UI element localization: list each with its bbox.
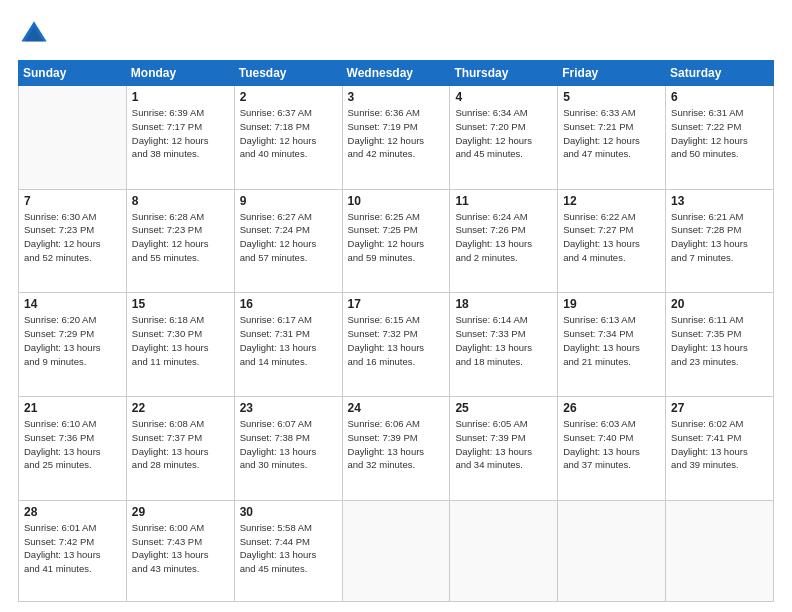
day-info: Sunrise: 6:36 AMSunset: 7:19 PMDaylight:… — [348, 106, 445, 161]
calendar-day-cell: 4Sunrise: 6:34 AMSunset: 7:20 PMDaylight… — [450, 86, 558, 190]
calendar-day-cell: 16Sunrise: 6:17 AMSunset: 7:31 PMDayligh… — [234, 293, 342, 397]
day-number: 14 — [24, 297, 121, 311]
day-number: 25 — [455, 401, 552, 415]
calendar-day-cell: 28Sunrise: 6:01 AMSunset: 7:42 PMDayligh… — [19, 500, 127, 601]
day-number: 9 — [240, 194, 337, 208]
weekday-header: Thursday — [450, 61, 558, 86]
day-number: 17 — [348, 297, 445, 311]
day-info: Sunrise: 6:39 AMSunset: 7:17 PMDaylight:… — [132, 106, 229, 161]
day-number: 4 — [455, 90, 552, 104]
day-info: Sunrise: 6:28 AMSunset: 7:23 PMDaylight:… — [132, 210, 229, 265]
calendar-day-cell: 21Sunrise: 6:10 AMSunset: 7:36 PMDayligh… — [19, 397, 127, 501]
calendar-day-cell: 24Sunrise: 6:06 AMSunset: 7:39 PMDayligh… — [342, 397, 450, 501]
day-number: 28 — [24, 505, 121, 519]
calendar-day-cell: 12Sunrise: 6:22 AMSunset: 7:27 PMDayligh… — [558, 189, 666, 293]
day-info: Sunrise: 6:30 AMSunset: 7:23 PMDaylight:… — [24, 210, 121, 265]
weekday-header: Tuesday — [234, 61, 342, 86]
day-info: Sunrise: 6:24 AMSunset: 7:26 PMDaylight:… — [455, 210, 552, 265]
day-info: Sunrise: 6:00 AMSunset: 7:43 PMDaylight:… — [132, 521, 229, 576]
day-info: Sunrise: 6:13 AMSunset: 7:34 PMDaylight:… — [563, 313, 660, 368]
calendar-week-row: 14Sunrise: 6:20 AMSunset: 7:29 PMDayligh… — [19, 293, 774, 397]
calendar-week-row: 1Sunrise: 6:39 AMSunset: 7:17 PMDaylight… — [19, 86, 774, 190]
day-number: 18 — [455, 297, 552, 311]
day-info: Sunrise: 6:34 AMSunset: 7:20 PMDaylight:… — [455, 106, 552, 161]
calendar-day-cell: 22Sunrise: 6:08 AMSunset: 7:37 PMDayligh… — [126, 397, 234, 501]
calendar-day-cell: 7Sunrise: 6:30 AMSunset: 7:23 PMDaylight… — [19, 189, 127, 293]
day-number: 30 — [240, 505, 337, 519]
calendar-day-cell: 18Sunrise: 6:14 AMSunset: 7:33 PMDayligh… — [450, 293, 558, 397]
day-number: 12 — [563, 194, 660, 208]
calendar-body: 1Sunrise: 6:39 AMSunset: 7:17 PMDaylight… — [19, 86, 774, 602]
day-number: 6 — [671, 90, 768, 104]
page: SundayMondayTuesdayWednesdayThursdayFrid… — [0, 0, 792, 612]
calendar-day-cell — [342, 500, 450, 601]
day-number: 8 — [132, 194, 229, 208]
calendar-day-cell: 19Sunrise: 6:13 AMSunset: 7:34 PMDayligh… — [558, 293, 666, 397]
header — [18, 18, 774, 50]
day-info: Sunrise: 6:21 AMSunset: 7:28 PMDaylight:… — [671, 210, 768, 265]
calendar-day-cell — [450, 500, 558, 601]
day-info: Sunrise: 6:14 AMSunset: 7:33 PMDaylight:… — [455, 313, 552, 368]
day-number: 16 — [240, 297, 337, 311]
calendar-day-cell: 1Sunrise: 6:39 AMSunset: 7:17 PMDaylight… — [126, 86, 234, 190]
day-number: 5 — [563, 90, 660, 104]
weekday-header: Friday — [558, 61, 666, 86]
day-number: 1 — [132, 90, 229, 104]
day-info: Sunrise: 6:18 AMSunset: 7:30 PMDaylight:… — [132, 313, 229, 368]
weekday-header: Wednesday — [342, 61, 450, 86]
day-number: 23 — [240, 401, 337, 415]
weekday-header: Sunday — [19, 61, 127, 86]
day-info: Sunrise: 6:08 AMSunset: 7:37 PMDaylight:… — [132, 417, 229, 472]
calendar-day-cell: 25Sunrise: 6:05 AMSunset: 7:39 PMDayligh… — [450, 397, 558, 501]
weekday-header: Monday — [126, 61, 234, 86]
day-number: 13 — [671, 194, 768, 208]
calendar-day-cell: 29Sunrise: 6:00 AMSunset: 7:43 PMDayligh… — [126, 500, 234, 601]
calendar-day-cell: 13Sunrise: 6:21 AMSunset: 7:28 PMDayligh… — [666, 189, 774, 293]
day-info: Sunrise: 6:37 AMSunset: 7:18 PMDaylight:… — [240, 106, 337, 161]
logo — [18, 18, 54, 50]
calendar-day-cell: 6Sunrise: 6:31 AMSunset: 7:22 PMDaylight… — [666, 86, 774, 190]
calendar-day-cell: 9Sunrise: 6:27 AMSunset: 7:24 PMDaylight… — [234, 189, 342, 293]
day-number: 22 — [132, 401, 229, 415]
calendar-day-cell: 14Sunrise: 6:20 AMSunset: 7:29 PMDayligh… — [19, 293, 127, 397]
calendar-day-cell: 30Sunrise: 5:58 AMSunset: 7:44 PMDayligh… — [234, 500, 342, 601]
logo-icon — [18, 18, 50, 50]
day-info: Sunrise: 6:10 AMSunset: 7:36 PMDaylight:… — [24, 417, 121, 472]
calendar-day-cell: 10Sunrise: 6:25 AMSunset: 7:25 PMDayligh… — [342, 189, 450, 293]
day-number: 24 — [348, 401, 445, 415]
day-number: 27 — [671, 401, 768, 415]
day-info: Sunrise: 6:22 AMSunset: 7:27 PMDaylight:… — [563, 210, 660, 265]
calendar-day-cell — [558, 500, 666, 601]
day-number: 2 — [240, 90, 337, 104]
calendar-day-cell: 8Sunrise: 6:28 AMSunset: 7:23 PMDaylight… — [126, 189, 234, 293]
day-info: Sunrise: 6:11 AMSunset: 7:35 PMDaylight:… — [671, 313, 768, 368]
day-info: Sunrise: 6:05 AMSunset: 7:39 PMDaylight:… — [455, 417, 552, 472]
day-info: Sunrise: 6:33 AMSunset: 7:21 PMDaylight:… — [563, 106, 660, 161]
weekday-header: Saturday — [666, 61, 774, 86]
day-number: 11 — [455, 194, 552, 208]
calendar-week-row: 21Sunrise: 6:10 AMSunset: 7:36 PMDayligh… — [19, 397, 774, 501]
day-number: 19 — [563, 297, 660, 311]
day-info: Sunrise: 6:02 AMSunset: 7:41 PMDaylight:… — [671, 417, 768, 472]
calendar-header-row: SundayMondayTuesdayWednesdayThursdayFrid… — [19, 61, 774, 86]
day-number: 3 — [348, 90, 445, 104]
calendar-day-cell: 23Sunrise: 6:07 AMSunset: 7:38 PMDayligh… — [234, 397, 342, 501]
calendar-day-cell: 26Sunrise: 6:03 AMSunset: 7:40 PMDayligh… — [558, 397, 666, 501]
calendar-day-cell: 15Sunrise: 6:18 AMSunset: 7:30 PMDayligh… — [126, 293, 234, 397]
day-info: Sunrise: 6:01 AMSunset: 7:42 PMDaylight:… — [24, 521, 121, 576]
day-number: 10 — [348, 194, 445, 208]
day-number: 15 — [132, 297, 229, 311]
day-number: 20 — [671, 297, 768, 311]
day-info: Sunrise: 6:06 AMSunset: 7:39 PMDaylight:… — [348, 417, 445, 472]
day-number: 29 — [132, 505, 229, 519]
calendar-day-cell: 11Sunrise: 6:24 AMSunset: 7:26 PMDayligh… — [450, 189, 558, 293]
day-info: Sunrise: 6:15 AMSunset: 7:32 PMDaylight:… — [348, 313, 445, 368]
calendar-day-cell: 3Sunrise: 6:36 AMSunset: 7:19 PMDaylight… — [342, 86, 450, 190]
calendar-day-cell: 20Sunrise: 6:11 AMSunset: 7:35 PMDayligh… — [666, 293, 774, 397]
day-info: Sunrise: 6:03 AMSunset: 7:40 PMDaylight:… — [563, 417, 660, 472]
calendar-week-row: 28Sunrise: 6:01 AMSunset: 7:42 PMDayligh… — [19, 500, 774, 601]
calendar-day-cell: 27Sunrise: 6:02 AMSunset: 7:41 PMDayligh… — [666, 397, 774, 501]
calendar-day-cell: 5Sunrise: 6:33 AMSunset: 7:21 PMDaylight… — [558, 86, 666, 190]
day-info: Sunrise: 6:25 AMSunset: 7:25 PMDaylight:… — [348, 210, 445, 265]
day-info: Sunrise: 6:17 AMSunset: 7:31 PMDaylight:… — [240, 313, 337, 368]
